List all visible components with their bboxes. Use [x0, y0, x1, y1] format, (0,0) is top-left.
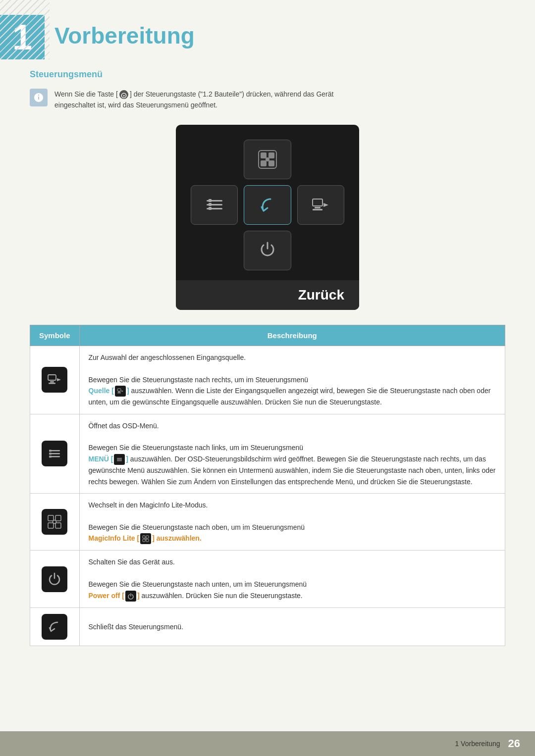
menu-label-highlight: MENÜ [ ]: [89, 455, 128, 463]
table-row-power: Schalten Sie das Gerät aus. Bewegen Sie …: [30, 551, 505, 607]
ctrl-btn-power: [244, 231, 291, 270]
symbol-cell-power: [30, 551, 80, 607]
magicinfo-icon: [42, 509, 67, 535]
page-header: 1 Vorbereitung: [0, 0, 535, 69]
note-icon: [30, 89, 48, 106]
source-icon: [42, 367, 67, 393]
svg-rect-35: [143, 536, 145, 538]
svg-rect-2: [268, 152, 274, 158]
svg-rect-18: [117, 389, 121, 391]
magicinfo-label-highlight: MagicInfo Lite [ ] auszuwählen.: [89, 534, 202, 542]
symbol-cell-menu: [30, 414, 80, 493]
svg-rect-16: [50, 381, 54, 383]
desc-cell-magicinfo: Wechselt in den MagicInfo Lite-Modus. Be…: [79, 493, 505, 550]
note-text: Wenn Sie die Taste [ ] der Steuerungstas…: [54, 89, 333, 111]
ctrl-btn-source: [297, 185, 344, 225]
power-label-highlight: Power off [ ]: [89, 592, 140, 600]
svg-rect-10: [209, 203, 212, 206]
col-header-desc: Beschreibung: [79, 325, 505, 346]
svg-point-39: [145, 538, 147, 540]
desc-cell-source: Zur Auswahl der angeschlossenen Eingangs…: [79, 346, 505, 414]
svg-rect-12: [313, 199, 322, 206]
control-menu-container: Zurück: [30, 125, 505, 310]
svg-point-5: [266, 157, 269, 161]
note-block: Wenn Sie die Taste [ ] der Steuerungstas…: [30, 89, 505, 111]
symbol-cell-magicinfo: [30, 493, 80, 550]
ctrl-btn-magicinfo: [244, 140, 291, 179]
svg-rect-11: [209, 207, 212, 210]
control-menu-grid: [191, 140, 344, 270]
svg-rect-17: [49, 383, 55, 384]
source-label-highlight: Quelle [ ]: [89, 387, 129, 395]
diagonal-stripe: [0, 0, 50, 59]
svg-rect-26: [49, 455, 52, 458]
svg-rect-28: [117, 459, 122, 460]
back-icon: [42, 614, 67, 640]
symbol-cell-source: [30, 346, 80, 414]
svg-rect-20: [117, 393, 121, 393]
svg-rect-33: [55, 523, 61, 528]
svg-rect-32: [48, 523, 54, 528]
control-menu-box: Zurück: [176, 125, 359, 310]
svg-rect-24: [49, 450, 52, 452]
table-row-menu: Öffnet das OSD-Menü. Bewegen Sie die Ste…: [30, 414, 505, 493]
svg-point-34: [53, 520, 56, 524]
table-row-magicinfo: Wechselt in den MagicInfo Lite-Modus. Be…: [30, 493, 505, 550]
desc-cell-power: Schalten Sie das Gerät aus. Bewegen Sie …: [79, 551, 505, 607]
table-row-back: Schließt das Steuerungsmenü.: [30, 607, 505, 646]
svg-rect-13: [315, 207, 321, 208]
page-footer: 1 Vorbereitung 26: [0, 731, 535, 756]
ctrl-btn-menu: [191, 185, 238, 225]
menu-icon: [42, 441, 67, 466]
control-label-text: Zurück: [298, 287, 344, 303]
power-icon: [42, 566, 67, 592]
svg-rect-19: [118, 392, 120, 392]
table-row-source: Zur Auswahl der angeschlossenen Eingangs…: [30, 346, 505, 414]
symbol-cell-back: [30, 607, 80, 646]
power-inline-icon: [125, 591, 136, 602]
svg-rect-31: [55, 515, 61, 521]
description-table: Symbole Beschreibung: [30, 325, 505, 646]
source-inline-icon: [115, 386, 126, 397]
desc-cell-menu: Öffnet das OSD-Menü. Bewegen Sie die Ste…: [79, 414, 505, 493]
svg-rect-37: [143, 539, 145, 542]
chapter-title: Vorbereitung: [54, 15, 195, 49]
svg-rect-29: [117, 460, 122, 461]
col-header-symbol: Symbole: [30, 325, 80, 346]
desc-cell-back: Schließt das Steuerungsmenü.: [79, 607, 505, 646]
svg-rect-38: [146, 539, 149, 542]
ctrl-btn-back: [244, 185, 291, 225]
footer-section-label: 1 Vorbereitung: [455, 740, 500, 748]
magicinfo-inline-icon: [140, 533, 151, 544]
footer-page-number: 26: [508, 737, 520, 750]
section-heading: Steuerungsmenü: [30, 69, 505, 80]
svg-rect-15: [48, 375, 56, 380]
svg-rect-9: [209, 199, 212, 202]
svg-rect-3: [261, 160, 267, 166]
svg-rect-25: [49, 453, 52, 455]
content-area: Steuerungsmenü Wenn Sie die Taste [ ] de…: [0, 69, 535, 646]
svg-rect-30: [48, 515, 54, 521]
control-label-bar: Zurück: [176, 280, 359, 310]
svg-rect-4: [268, 160, 274, 166]
svg-rect-14: [313, 209, 322, 210]
svg-rect-27: [117, 458, 122, 458]
svg-rect-1: [261, 152, 267, 158]
svg-rect-36: [146, 536, 149, 538]
menu-inline-icon: [114, 454, 125, 465]
